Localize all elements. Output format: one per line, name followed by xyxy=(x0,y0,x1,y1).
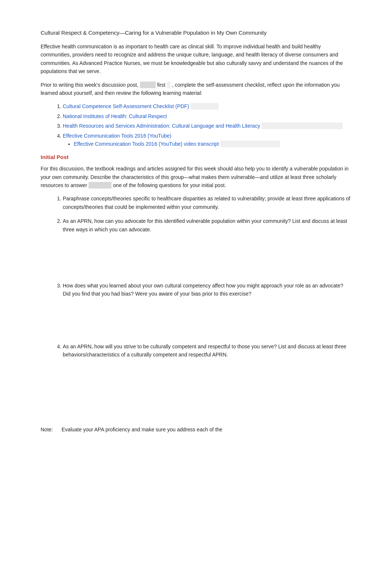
resource-link-2[interactable]: National Institutes of Health: Cultural … xyxy=(63,113,167,119)
question-item-4: As an APRN, how will you strive to be cu… xyxy=(63,342,351,359)
first-highlight-2 xyxy=(167,82,171,88)
resource-link-4[interactable]: Effective Communication Tools 2016 (YouT… xyxy=(63,133,171,139)
resource-link-1[interactable]: Cultural Competence Self-Assessment Chec… xyxy=(63,103,189,109)
page-title: Cultural Respect & Competency—Caring for… xyxy=(41,30,351,36)
intro-paragraph: Effective health communication is as imp… xyxy=(41,42,351,76)
resource-link-4-sub[interactable]: Effective Communication Tools 2016 (YouT… xyxy=(74,141,219,147)
one-highlight xyxy=(89,182,111,189)
note-block: Note: Evaluate your APA proficiency and … xyxy=(41,425,351,434)
link3-highlight xyxy=(262,123,343,129)
questions-list-2: How does what you learned about your own… xyxy=(63,282,351,298)
questions-list: Paraphrase concepts/theories specific to… xyxy=(63,194,351,234)
prior-paragraph: Prior to writing this week's discussion … xyxy=(41,81,351,97)
question-item-3: How does what you learned about your own… xyxy=(63,282,351,298)
resource-link-3[interactable]: Health Resources and Services Administra… xyxy=(63,123,260,129)
list-item: Effective Communication Tools 2016 (YouT… xyxy=(63,132,351,148)
list-item-sub: Effective Communication Tools 2016 (YouT… xyxy=(74,140,351,148)
note-text: Evaluate your APA proficiency and make s… xyxy=(62,427,223,432)
questions-list-3: As an APRN, how will you strive to be cu… xyxy=(63,342,351,359)
spacer-1 xyxy=(41,237,351,282)
section-heading: Initial Post xyxy=(41,154,351,160)
spacer-3 xyxy=(41,363,351,422)
link1-highlight xyxy=(190,103,219,110)
question-item-1: Paraphrase concepts/theories specific to… xyxy=(63,194,351,211)
link4-sub-highlight xyxy=(220,141,280,147)
resource-list: Cultural Competence Self-Assessment Chec… xyxy=(63,102,351,148)
list-item: Cultural Competence Self-Assessment Chec… xyxy=(63,102,351,110)
list-item: Health Resources and Services Administra… xyxy=(63,122,351,130)
question-item-2: As an APRN, how can you advocate for thi… xyxy=(63,217,351,234)
first-highlight xyxy=(140,82,156,88)
list-item: National Institutes of Health: Cultural … xyxy=(63,112,351,120)
note-label: Note: xyxy=(41,427,53,432)
spacer-2 xyxy=(41,302,351,342)
discussion-intro: For this discussion, the textbook readin… xyxy=(41,165,351,189)
